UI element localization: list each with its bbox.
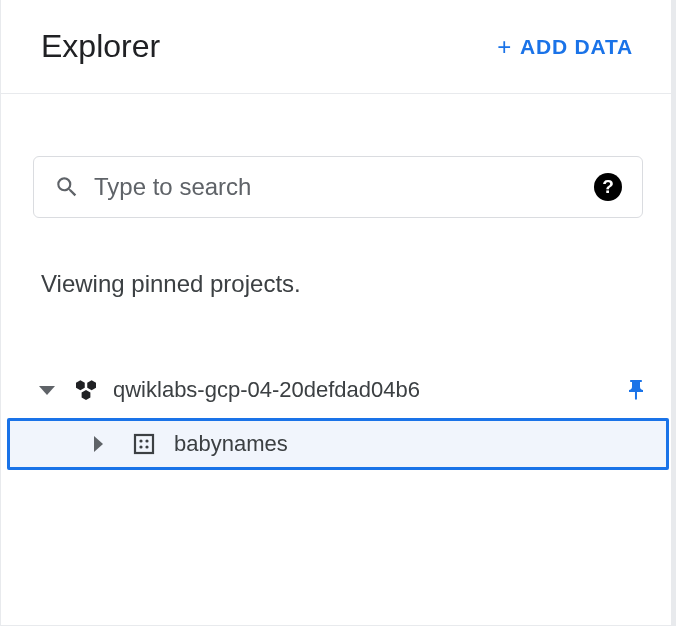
svg-point-2: [145, 439, 148, 442]
svg-point-3: [139, 445, 142, 448]
project-icon: [71, 375, 101, 405]
caret-right-icon: [94, 436, 103, 452]
help-icon[interactable]: ?: [594, 173, 622, 201]
resource-tree: qwiklabs-gcp-04-20defdad04b6 b: [1, 366, 675, 470]
explorer-header: Explorer + ADD DATA: [1, 0, 675, 94]
project-row[interactable]: qwiklabs-gcp-04-20defdad04b6: [1, 366, 675, 414]
dataset-icon: [132, 432, 156, 456]
svg-rect-0: [135, 435, 153, 453]
status-text: Viewing pinned projects.: [1, 218, 675, 298]
search-icon: [54, 174, 80, 200]
panel-title: Explorer: [41, 28, 160, 65]
search-input[interactable]: [94, 173, 580, 201]
project-label: qwiklabs-gcp-04-20defdad04b6: [113, 377, 619, 403]
caret-down-icon: [39, 386, 55, 395]
dataset-row[interactable]: babynames: [7, 418, 669, 470]
project-expand-toggle[interactable]: [35, 378, 59, 402]
dataset-expand-toggle[interactable]: [86, 432, 110, 456]
svg-point-1: [139, 439, 142, 442]
add-data-button[interactable]: + ADD DATA: [495, 29, 635, 65]
pin-button[interactable]: [623, 377, 649, 403]
svg-point-4: [145, 445, 148, 448]
dataset-label: babynames: [174, 431, 288, 457]
pin-icon: [624, 378, 648, 402]
plus-icon: +: [497, 35, 512, 59]
search-box[interactable]: ?: [33, 156, 643, 218]
add-data-label: ADD DATA: [520, 35, 633, 59]
